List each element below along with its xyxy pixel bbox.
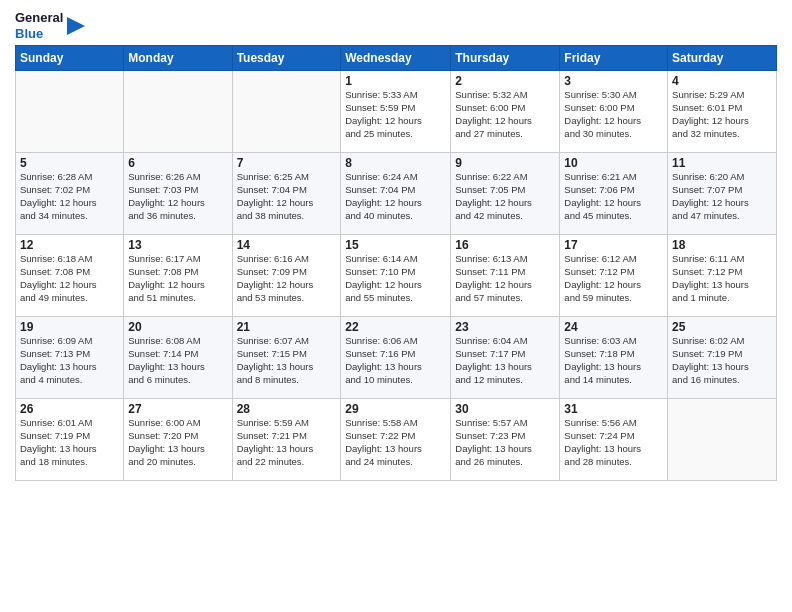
calendar-cell: 4Sunrise: 5:29 AM Sunset: 6:01 PM Daylig… — [668, 71, 777, 153]
day-info: Sunrise: 5:32 AM Sunset: 6:00 PM Dayligh… — [455, 89, 555, 140]
day-info: Sunrise: 6:14 AM Sunset: 7:10 PM Dayligh… — [345, 253, 446, 304]
calendar-cell: 31Sunrise: 5:56 AM Sunset: 7:24 PM Dayli… — [560, 399, 668, 481]
day-number: 12 — [20, 238, 119, 252]
calendar-cell: 18Sunrise: 6:11 AM Sunset: 7:12 PM Dayli… — [668, 235, 777, 317]
day-info: Sunrise: 5:30 AM Sunset: 6:00 PM Dayligh… — [564, 89, 663, 140]
calendar-cell: 29Sunrise: 5:58 AM Sunset: 7:22 PM Dayli… — [341, 399, 451, 481]
calendar-cell: 27Sunrise: 6:00 AM Sunset: 7:20 PM Dayli… — [124, 399, 232, 481]
calendar-cell: 26Sunrise: 6:01 AM Sunset: 7:19 PM Dayli… — [16, 399, 124, 481]
calendar-cell: 3Sunrise: 5:30 AM Sunset: 6:00 PM Daylig… — [560, 71, 668, 153]
day-number: 24 — [564, 320, 663, 334]
day-info: Sunrise: 6:12 AM Sunset: 7:12 PM Dayligh… — [564, 253, 663, 304]
calendar-cell: 7Sunrise: 6:25 AM Sunset: 7:04 PM Daylig… — [232, 153, 341, 235]
day-info: Sunrise: 5:29 AM Sunset: 6:01 PM Dayligh… — [672, 89, 772, 140]
calendar: SundayMondayTuesdayWednesdayThursdayFrid… — [15, 45, 777, 481]
weekday-header: Monday — [124, 46, 232, 71]
day-info: Sunrise: 6:26 AM Sunset: 7:03 PM Dayligh… — [128, 171, 227, 222]
day-number: 23 — [455, 320, 555, 334]
day-info: Sunrise: 5:58 AM Sunset: 7:22 PM Dayligh… — [345, 417, 446, 468]
calendar-cell: 12Sunrise: 6:18 AM Sunset: 7:08 PM Dayli… — [16, 235, 124, 317]
day-info: Sunrise: 6:17 AM Sunset: 7:08 PM Dayligh… — [128, 253, 227, 304]
calendar-week-row: 12Sunrise: 6:18 AM Sunset: 7:08 PM Dayli… — [16, 235, 777, 317]
svg-marker-0 — [67, 17, 85, 35]
calendar-cell: 5Sunrise: 6:28 AM Sunset: 7:02 PM Daylig… — [16, 153, 124, 235]
day-number: 31 — [564, 402, 663, 416]
day-info: Sunrise: 6:18 AM Sunset: 7:08 PM Dayligh… — [20, 253, 119, 304]
day-number: 5 — [20, 156, 119, 170]
day-number: 3 — [564, 74, 663, 88]
weekday-header-row: SundayMondayTuesdayWednesdayThursdayFrid… — [16, 46, 777, 71]
header: General Blue — [15, 10, 777, 41]
day-number: 21 — [237, 320, 337, 334]
day-number: 22 — [345, 320, 446, 334]
weekday-header: Tuesday — [232, 46, 341, 71]
calendar-week-row: 5Sunrise: 6:28 AM Sunset: 7:02 PM Daylig… — [16, 153, 777, 235]
weekday-header: Friday — [560, 46, 668, 71]
day-number: 26 — [20, 402, 119, 416]
day-number: 29 — [345, 402, 446, 416]
calendar-cell — [124, 71, 232, 153]
calendar-cell: 23Sunrise: 6:04 AM Sunset: 7:17 PM Dayli… — [451, 317, 560, 399]
day-number: 2 — [455, 74, 555, 88]
day-info: Sunrise: 6:20 AM Sunset: 7:07 PM Dayligh… — [672, 171, 772, 222]
calendar-week-row: 26Sunrise: 6:01 AM Sunset: 7:19 PM Dayli… — [16, 399, 777, 481]
day-number: 15 — [345, 238, 446, 252]
calendar-cell: 2Sunrise: 5:32 AM Sunset: 6:00 PM Daylig… — [451, 71, 560, 153]
day-number: 6 — [128, 156, 227, 170]
calendar-cell — [16, 71, 124, 153]
day-number: 1 — [345, 74, 446, 88]
calendar-cell: 10Sunrise: 6:21 AM Sunset: 7:06 PM Dayli… — [560, 153, 668, 235]
calendar-week-row: 19Sunrise: 6:09 AM Sunset: 7:13 PM Dayli… — [16, 317, 777, 399]
day-number: 14 — [237, 238, 337, 252]
day-number: 16 — [455, 238, 555, 252]
day-info: Sunrise: 5:57 AM Sunset: 7:23 PM Dayligh… — [455, 417, 555, 468]
day-info: Sunrise: 6:01 AM Sunset: 7:19 PM Dayligh… — [20, 417, 119, 468]
calendar-cell — [232, 71, 341, 153]
calendar-cell: 8Sunrise: 6:24 AM Sunset: 7:04 PM Daylig… — [341, 153, 451, 235]
calendar-cell: 15Sunrise: 6:14 AM Sunset: 7:10 PM Dayli… — [341, 235, 451, 317]
day-info: Sunrise: 5:33 AM Sunset: 5:59 PM Dayligh… — [345, 89, 446, 140]
weekday-header: Saturday — [668, 46, 777, 71]
day-number: 7 — [237, 156, 337, 170]
day-info: Sunrise: 6:09 AM Sunset: 7:13 PM Dayligh… — [20, 335, 119, 386]
calendar-cell: 28Sunrise: 5:59 AM Sunset: 7:21 PM Dayli… — [232, 399, 341, 481]
calendar-cell: 25Sunrise: 6:02 AM Sunset: 7:19 PM Dayli… — [668, 317, 777, 399]
weekday-header: Thursday — [451, 46, 560, 71]
day-info: Sunrise: 6:00 AM Sunset: 7:20 PM Dayligh… — [128, 417, 227, 468]
calendar-week-row: 1Sunrise: 5:33 AM Sunset: 5:59 PM Daylig… — [16, 71, 777, 153]
calendar-cell — [668, 399, 777, 481]
day-info: Sunrise: 6:28 AM Sunset: 7:02 PM Dayligh… — [20, 171, 119, 222]
logo: General Blue — [15, 10, 85, 41]
day-number: 17 — [564, 238, 663, 252]
day-number: 13 — [128, 238, 227, 252]
day-info: Sunrise: 6:11 AM Sunset: 7:12 PM Dayligh… — [672, 253, 772, 304]
day-info: Sunrise: 6:25 AM Sunset: 7:04 PM Dayligh… — [237, 171, 337, 222]
day-number: 10 — [564, 156, 663, 170]
weekday-header: Wednesday — [341, 46, 451, 71]
page: General Blue SundayMondayTuesdayWednesda… — [0, 0, 792, 612]
day-number: 4 — [672, 74, 772, 88]
calendar-cell: 16Sunrise: 6:13 AM Sunset: 7:11 PM Dayli… — [451, 235, 560, 317]
calendar-cell: 30Sunrise: 5:57 AM Sunset: 7:23 PM Dayli… — [451, 399, 560, 481]
logo-text: General Blue — [15, 10, 63, 41]
day-info: Sunrise: 5:59 AM Sunset: 7:21 PM Dayligh… — [237, 417, 337, 468]
day-info: Sunrise: 6:21 AM Sunset: 7:06 PM Dayligh… — [564, 171, 663, 222]
day-info: Sunrise: 6:13 AM Sunset: 7:11 PM Dayligh… — [455, 253, 555, 304]
day-number: 28 — [237, 402, 337, 416]
day-number: 9 — [455, 156, 555, 170]
day-number: 11 — [672, 156, 772, 170]
calendar-cell: 22Sunrise: 6:06 AM Sunset: 7:16 PM Dayli… — [341, 317, 451, 399]
day-info: Sunrise: 6:02 AM Sunset: 7:19 PM Dayligh… — [672, 335, 772, 386]
calendar-cell: 1Sunrise: 5:33 AM Sunset: 5:59 PM Daylig… — [341, 71, 451, 153]
day-number: 27 — [128, 402, 227, 416]
day-number: 18 — [672, 238, 772, 252]
day-number: 8 — [345, 156, 446, 170]
day-number: 19 — [20, 320, 119, 334]
day-number: 20 — [128, 320, 227, 334]
calendar-cell: 17Sunrise: 6:12 AM Sunset: 7:12 PM Dayli… — [560, 235, 668, 317]
calendar-cell: 21Sunrise: 6:07 AM Sunset: 7:15 PM Dayli… — [232, 317, 341, 399]
logo-arrow-icon — [67, 17, 85, 35]
day-info: Sunrise: 6:24 AM Sunset: 7:04 PM Dayligh… — [345, 171, 446, 222]
day-info: Sunrise: 6:06 AM Sunset: 7:16 PM Dayligh… — [345, 335, 446, 386]
calendar-cell: 20Sunrise: 6:08 AM Sunset: 7:14 PM Dayli… — [124, 317, 232, 399]
